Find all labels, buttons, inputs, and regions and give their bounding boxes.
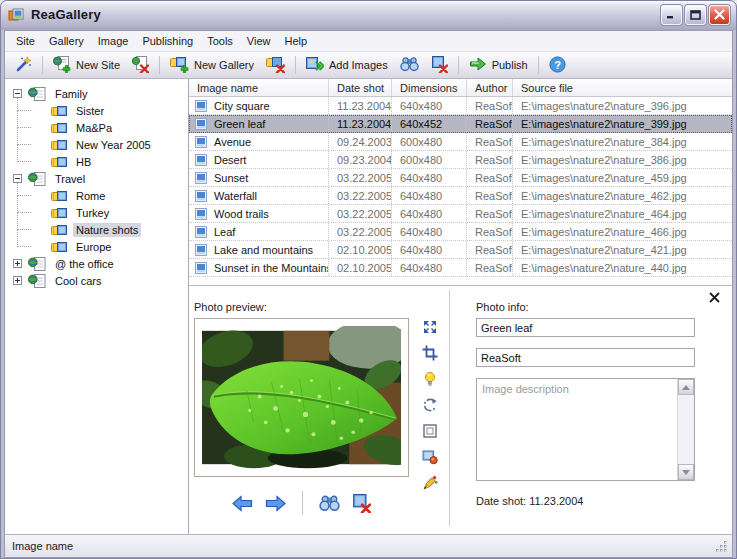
new-gallery-button[interactable]: New Gallery <box>164 53 260 78</box>
cell-image-name: Waterfall <box>189 187 329 204</box>
scroll-down-button[interactable] <box>678 464 694 480</box>
gallery-icon <box>51 207 67 219</box>
rotate-icon[interactable] <box>422 397 438 413</box>
find-images-button[interactable] <box>394 53 425 77</box>
cell-dimensions: 640x480 <box>392 187 467 204</box>
collapse-icon[interactable] <box>13 89 22 98</box>
enhance-bulb-icon[interactable] <box>422 371 438 387</box>
delete-gallery-button[interactable] <box>260 53 291 78</box>
help-icon: ? <box>549 56 566 75</box>
tree-item-the-office[interactable]: @ the office <box>5 255 188 272</box>
column-header-dimensions[interactable]: Dimensions <box>392 79 467 96</box>
add-images-button[interactable]: Add Images <box>300 53 394 77</box>
right-panel: Image nameDate shotDimensionsAuthorSourc… <box>189 79 732 534</box>
close-button[interactable] <box>709 5 730 25</box>
table-row[interactable]: City square11.23.2004640x480ReaSoftE:\im… <box>189 97 732 115</box>
column-header-author[interactable]: Author <box>467 79 513 96</box>
frame-icon[interactable] <box>422 423 438 439</box>
view-image-button[interactable] <box>319 494 340 512</box>
main-content: FamilySisterMa&PaNew Year 2005HBTravelRo… <box>5 79 732 534</box>
minimize-button[interactable] <box>661 5 682 25</box>
expand-icon[interactable] <box>13 259 22 268</box>
delete-site-button[interactable] <box>126 53 155 78</box>
description-scrollbar[interactable] <box>677 379 694 480</box>
menu-gallery[interactable]: Gallery <box>42 32 91 50</box>
preview-column: Photo preview: <box>189 286 417 534</box>
wallpaper-icon[interactable] <box>422 449 438 465</box>
table-row[interactable]: Lake and mountains02.10.2005640x480ReaSo… <box>189 241 732 259</box>
image-name-text: Avenue <box>214 136 251 148</box>
panel-close-icon[interactable] <box>709 292 720 303</box>
tree-item-ma-pa[interactable]: Ma&Pa <box>5 119 188 136</box>
site-icon <box>28 87 46 101</box>
tree-item-hb[interactable]: HB <box>5 153 188 170</box>
photo-icon <box>195 136 207 148</box>
help-button[interactable]: ? <box>543 53 572 78</box>
effects-pencil-icon[interactable] <box>422 475 438 491</box>
tree-item-family[interactable]: Family <box>5 85 188 102</box>
preview-nav <box>194 491 409 515</box>
photo-icon <box>195 208 207 220</box>
delete-preview-image-button[interactable] <box>352 494 371 513</box>
cell-author: ReaSoft <box>467 133 513 150</box>
table-row[interactable]: Green leaf11.23.2004640x452ReaSoftE:\ima… <box>189 115 732 133</box>
tree-item-label: Turkey <box>73 206 112 220</box>
cell-image-name: Desert <box>189 151 329 168</box>
cell-image-name: Avenue <box>189 133 329 150</box>
cell-dimensions: 640x480 <box>392 259 467 276</box>
table-row[interactable]: Sunset in the Mountains02.10.2005640x480… <box>189 259 732 277</box>
new-gallery-label: New Gallery <box>194 59 254 71</box>
menu-view[interactable]: View <box>240 32 278 50</box>
cell-author: ReaSoft <box>467 97 513 114</box>
column-header-image-name[interactable]: Image name <box>189 79 329 96</box>
tree-item-cool-cars[interactable]: Cool cars <box>5 272 188 289</box>
tree-item-rome[interactable]: Rome <box>5 187 188 204</box>
fit-screen-icon[interactable] <box>422 319 438 335</box>
tree-item-turkey[interactable]: Turkey <box>5 204 188 221</box>
table-row[interactable]: Sunset03.22.2005640x480ReaSoftE:\images\… <box>189 169 732 187</box>
crop-icon[interactable] <box>422 345 438 361</box>
new-site-button[interactable]: New Site <box>47 53 126 78</box>
scrollbar-track[interactable] <box>678 395 694 464</box>
wizard-button[interactable] <box>9 53 38 77</box>
publish-button[interactable]: Publish <box>463 53 534 77</box>
app-window: ReaGallery SiteGalleryImagePublishingToo… <box>0 0 737 559</box>
remove-image-button[interactable] <box>425 53 454 78</box>
tree-item-europe[interactable]: Europe <box>5 238 188 255</box>
maximize-button[interactable] <box>685 5 706 25</box>
tree-item-new-year-2005[interactable]: New Year 2005 <box>5 136 188 153</box>
menu-tools[interactable]: Tools <box>200 32 240 50</box>
tree-item-sister[interactable]: Sister <box>5 102 188 119</box>
description-placeholder: Image description <box>482 383 569 395</box>
cell-author: ReaSoft <box>467 241 513 258</box>
table-row[interactable]: Leaf03.22.2005640x480ReaSoftE:\images\na… <box>189 223 732 241</box>
menu-help[interactable]: Help <box>278 32 315 50</box>
photo-icon <box>195 100 207 112</box>
table-row[interactable]: Desert09.23.2004600x480ReaSoftE:\images\… <box>189 151 732 169</box>
table-row[interactable]: Wood trails03.22.2005640x480ReaSoftE:\im… <box>189 205 732 223</box>
menu-image[interactable]: Image <box>91 32 136 50</box>
menu-site[interactable]: Site <box>9 32 42 50</box>
column-header-date-shot[interactable]: Date shot <box>329 79 392 96</box>
tree-item-nature-shots[interactable]: Nature shots <box>5 221 188 238</box>
collapse-icon[interactable] <box>13 174 22 183</box>
expand-icon[interactable] <box>13 276 22 285</box>
author-field[interactable] <box>476 348 695 367</box>
prev-image-button[interactable] <box>232 495 253 512</box>
table-row[interactable]: Avenue09.24.2003600x480ReaSoftE:\images\… <box>189 133 732 151</box>
menu-publishing[interactable]: Publishing <box>135 32 200 50</box>
column-header-source-file[interactable]: Source file <box>513 79 732 96</box>
table-row[interactable]: Waterfall03.22.2005640x480ReaSoftE:\imag… <box>189 187 732 205</box>
gallery-icon <box>51 241 67 253</box>
resize-grip[interactable] <box>715 540 728 553</box>
image-list-body: City square11.23.2004640x480ReaSoftE:\im… <box>189 97 732 277</box>
scroll-up-button[interactable] <box>678 379 694 395</box>
image-description-field[interactable]: Image description <box>476 378 695 481</box>
tree-item-travel[interactable]: Travel <box>5 170 188 187</box>
image-name-field[interactable] <box>476 318 695 337</box>
cell-date-shot: 03.22.2005 <box>329 187 392 204</box>
toolbar-separator <box>295 56 296 74</box>
photo-icon <box>195 262 207 274</box>
photo-info-column: Photo info: Image description Date shot: <box>450 286 710 534</box>
next-image-button[interactable] <box>265 495 286 512</box>
